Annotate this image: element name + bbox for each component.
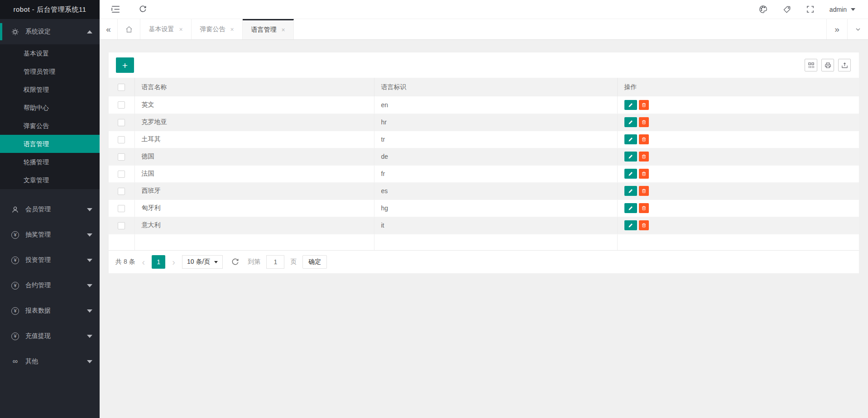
tabstrip-spacer xyxy=(294,19,826,39)
print-button[interactable] xyxy=(821,59,834,71)
table-row: 西班牙 es xyxy=(109,182,859,200)
username: admin xyxy=(830,6,847,13)
row-checkbox[interactable] xyxy=(118,171,125,178)
delete-button[interactable] xyxy=(639,100,649,110)
language-name-cell: 英文 xyxy=(134,96,374,114)
refresh-icon[interactable] xyxy=(139,5,147,13)
total-count: 共 8 条 xyxy=(115,258,135,266)
edit-button[interactable] xyxy=(624,117,637,127)
topbar-left xyxy=(111,5,147,13)
pencil-icon xyxy=(628,102,633,108)
table-row: 法国 fr xyxy=(109,165,859,182)
row-checkbox[interactable] xyxy=(118,101,125,109)
tabs-scroll-left-button[interactable]: « xyxy=(100,19,118,39)
sidebar-item-investment-management[interactable]: ¥ 投资管理 xyxy=(0,247,100,273)
tab-language-management[interactable]: 语言管理 × xyxy=(243,19,294,39)
row-checkbox[interactable] xyxy=(118,119,125,126)
filter-columns-button[interactable] xyxy=(805,59,817,71)
tab-label: 语言管理 xyxy=(251,26,276,34)
tab-basic-settings[interactable]: 基本设置 × xyxy=(140,19,192,39)
tab-popup-announcement[interactable]: 弹窗公告 × xyxy=(192,19,243,39)
table-filler-row xyxy=(109,234,859,250)
delete-button[interactable] xyxy=(639,186,649,196)
delete-button[interactable] xyxy=(639,134,649,144)
content-area: + xyxy=(100,40,868,418)
chevron-down-icon xyxy=(87,309,92,313)
fullscreen-icon[interactable] xyxy=(806,5,814,13)
language-code-cell: it xyxy=(374,217,617,234)
row-checkbox[interactable] xyxy=(118,188,125,195)
sidebar-item-basic-settings[interactable]: 基本设置 xyxy=(0,44,100,62)
sidebar-item-carousel-management[interactable]: 轮播管理 xyxy=(0,153,100,171)
tabs-scroll-right-button[interactable]: » xyxy=(826,19,847,39)
next-page-button[interactable]: › xyxy=(171,257,176,266)
close-icon[interactable]: × xyxy=(281,26,285,33)
language-name-cell: 土耳其 xyxy=(134,131,374,148)
chevron-down-icon xyxy=(214,261,218,263)
sidebar-item-report-data[interactable]: ¥ 报表数据 xyxy=(0,298,100,323)
delete-button[interactable] xyxy=(639,152,649,162)
tab-home[interactable] xyxy=(118,19,140,39)
user-menu[interactable]: admin xyxy=(830,6,855,13)
sidebar-item-article-management[interactable]: 文章管理 xyxy=(0,171,100,189)
export-button[interactable] xyxy=(838,59,851,71)
sidebar-item-other[interactable]: ∞ 其他 xyxy=(0,349,100,374)
row-checkbox[interactable] xyxy=(118,222,125,229)
tag-icon[interactable] xyxy=(783,5,791,14)
chevron-down-icon xyxy=(87,335,92,338)
trash-icon xyxy=(641,137,647,142)
confirm-goto-button[interactable]: 确定 xyxy=(302,255,327,269)
table-row: 克罗地亚 hr xyxy=(109,114,859,131)
sidebar-item-permission-management[interactable]: 权限管理 xyxy=(0,81,100,99)
collapse-sidebar-icon[interactable] xyxy=(111,6,120,13)
sidebar: robot - 后台管理系统11 系统设定 基本设置 xyxy=(0,0,100,418)
sidebar-item-language-management[interactable]: 语言管理 xyxy=(0,135,100,153)
sidebar-item-popup-announcement[interactable]: 弹窗公告 xyxy=(0,117,100,135)
table-header-row: 语言名称 语言标识 操作 xyxy=(109,78,859,96)
sidebar-item-member-management[interactable]: 会员管理 xyxy=(0,197,100,222)
sidebar-item-label: 充值提现 xyxy=(25,332,51,340)
edit-button[interactable] xyxy=(624,169,637,179)
tabs-menu-button[interactable] xyxy=(847,19,868,39)
pencil-icon xyxy=(628,154,633,159)
sidebar-item-system-settings[interactable]: 系统设定 xyxy=(0,19,100,44)
row-checkbox[interactable] xyxy=(118,136,125,143)
close-icon[interactable]: × xyxy=(179,26,182,33)
theme-palette-icon[interactable] xyxy=(759,5,767,14)
edit-button[interactable] xyxy=(624,186,637,196)
edit-button[interactable] xyxy=(624,203,637,213)
tab-label: 弹窗公告 xyxy=(200,25,225,33)
row-checkbox[interactable] xyxy=(118,153,125,161)
sidebar-item-lottery-management[interactable]: ¥ 抽奖管理 xyxy=(0,222,100,247)
current-page[interactable]: 1 xyxy=(152,255,165,269)
delete-button[interactable] xyxy=(639,169,649,179)
table-row: 英文 en xyxy=(109,96,859,114)
chevron-down-icon xyxy=(851,8,855,11)
sidebar-item-contract-management[interactable]: ¥ 合约管理 xyxy=(0,273,100,298)
language-table: 语言名称 语言标识 操作 英文 en xyxy=(109,78,859,250)
refresh-table-icon[interactable] xyxy=(231,258,239,266)
delete-button[interactable] xyxy=(639,203,649,213)
sidebar-item-label: 抽奖管理 xyxy=(25,231,51,239)
edit-button[interactable] xyxy=(624,220,637,230)
delete-button[interactable] xyxy=(639,220,649,230)
edit-button[interactable] xyxy=(624,134,637,144)
yen-icon: ¥ xyxy=(11,307,19,315)
close-icon[interactable]: × xyxy=(230,26,234,33)
trash-icon xyxy=(641,205,647,211)
row-checkbox[interactable] xyxy=(118,205,125,212)
home-icon xyxy=(125,25,133,33)
select-all-checkbox[interactable] xyxy=(118,84,125,91)
sidebar-item-admin-management[interactable]: 管理员管理 xyxy=(0,62,100,81)
page-size-select[interactable]: 10 条/页 xyxy=(182,255,223,269)
goto-page-input[interactable] xyxy=(266,255,284,269)
language-name-cell: 克罗地亚 xyxy=(134,114,374,131)
edit-button[interactable] xyxy=(624,152,637,162)
sidebar-nav: 系统设定 基本设置 管理员管理 权限管理 帮助中心 弹窗公告 语言管理 轮播管理… xyxy=(0,19,100,374)
delete-button[interactable] xyxy=(639,117,649,127)
sidebar-item-help-center[interactable]: 帮助中心 xyxy=(0,99,100,117)
edit-button[interactable] xyxy=(624,100,637,110)
add-language-button[interactable]: + xyxy=(116,57,134,73)
prev-page-button[interactable]: ‹ xyxy=(141,257,146,266)
sidebar-item-deposit-withdrawal[interactable]: ¥ 充值提现 xyxy=(0,323,100,349)
